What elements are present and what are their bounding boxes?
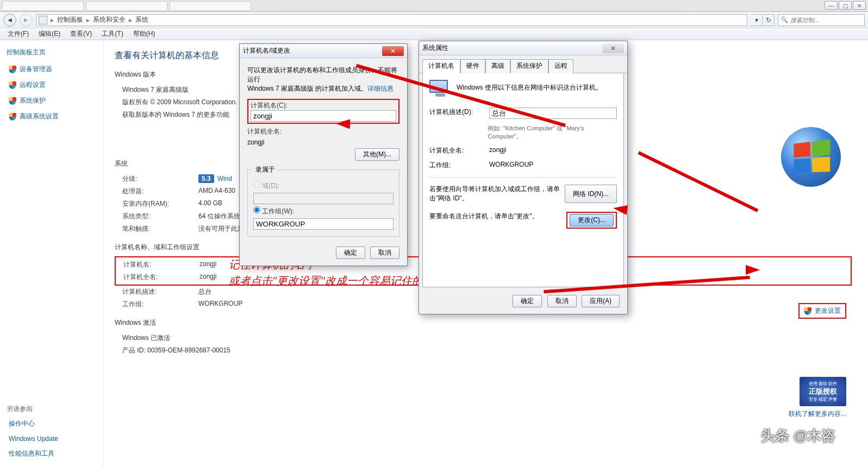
sidebar-advsys[interactable]: 高级系统设置 bbox=[7, 111, 97, 122]
tab-remote[interactable]: 远程 bbox=[548, 59, 573, 73]
menu-tool[interactable]: 工具(T) bbox=[97, 28, 127, 40]
sidebar-windows-update[interactable]: Windows Update bbox=[7, 434, 97, 444]
address-row: ◄ ► ▸ 控制面板 ▸ 系统和安全 ▸ 系统 ▾ ↻ 🔍 bbox=[0, 12, 868, 28]
workgroup-value: WORKGROUP bbox=[489, 161, 533, 170]
close-button[interactable]: ✕ bbox=[853, 1, 866, 10]
ram-value: 4.00 GB bbox=[198, 199, 222, 209]
shield-icon bbox=[9, 66, 16, 73]
computer-desc: 总台 bbox=[198, 287, 211, 296]
also-see-label: 另请参阅 bbox=[7, 405, 97, 414]
control-panel-icon bbox=[39, 16, 47, 24]
computer-name-input[interactable] bbox=[251, 110, 396, 122]
crumb-root[interactable]: 控制面板 bbox=[57, 15, 83, 24]
cancel-button[interactable]: 取消 bbox=[547, 295, 577, 307]
tab-pane: Windows 使用以下信息在网络中标识这台计算机。 计算机描述(D): 例如:… bbox=[422, 73, 624, 287]
close-icon[interactable]: ✕ bbox=[602, 43, 624, 53]
copyright: 版权所有 © 2009 Microsoft Corporation. bbox=[122, 98, 238, 107]
shield-icon bbox=[9, 97, 16, 105]
watermark: 头条 @木咨 bbox=[761, 426, 835, 445]
ok-button[interactable]: 确定 bbox=[336, 247, 365, 259]
sidebar-home[interactable]: 控制面板主页 bbox=[7, 48, 97, 57]
details-link[interactable]: 详细信息 bbox=[367, 85, 394, 92]
highlight-name-input: 计算机名(C): bbox=[247, 99, 399, 124]
workgroup: WORKGROUP bbox=[198, 300, 242, 309]
learn-more-link[interactable]: 联机了解更多内容... bbox=[789, 409, 846, 419]
domain-radio bbox=[253, 181, 260, 188]
activation-status: Windows 已激活 bbox=[122, 333, 170, 343]
menu-view[interactable]: 查看(V) bbox=[66, 28, 96, 40]
menu-edit[interactable]: 编辑(E) bbox=[34, 28, 65, 40]
arrow-head-icon bbox=[746, 265, 760, 275]
window-controls: — ▢ ✕ bbox=[825, 1, 866, 10]
sidebar-perf-tools[interactable]: 性能信息和工具 bbox=[7, 448, 97, 459]
sidebar-device-manager[interactable]: 设备管理器 bbox=[7, 64, 97, 75]
arrow-head-icon bbox=[613, 203, 628, 214]
ok-button[interactable]: 确定 bbox=[513, 295, 542, 307]
browser-tab[interactable] bbox=[86, 1, 167, 11]
apply-button[interactable]: 应用(A) bbox=[582, 295, 620, 307]
dialog-title: 计算机名/域更改 bbox=[243, 46, 290, 55]
browser-tab[interactable] bbox=[2, 1, 84, 11]
browser-tabstrip bbox=[0, 0, 868, 12]
arrow-head-icon bbox=[336, 119, 351, 129]
fullname-value: zongji bbox=[247, 138, 399, 146]
dialog-name-change: 计算机名/域更改 ✕ 可以更改该计算机的名称和工作组成员身份。不能将运行Wind… bbox=[239, 43, 408, 266]
computer-name: zongji bbox=[199, 260, 216, 269]
sidebar-action-center[interactable]: 操作中心 bbox=[7, 418, 97, 430]
shield-icon bbox=[9, 81, 16, 89]
maximize-button[interactable]: ▢ bbox=[839, 1, 852, 10]
windows-logo bbox=[781, 127, 846, 192]
computer-fullname: zongji bbox=[199, 273, 216, 282]
tabs: 计算机名 硬件 高级 系统保护 远程 bbox=[419, 55, 627, 73]
genuine-badge: 使用 微软 软件 正版授权 安全 稳定 声誉 bbox=[800, 377, 846, 406]
browser-tab[interactable] bbox=[170, 1, 251, 11]
change-button[interactable]: 更改(C)... bbox=[570, 214, 614, 226]
tab-hardware[interactable]: 硬件 bbox=[460, 59, 485, 73]
change-settings-link[interactable]: 更改设置 bbox=[798, 303, 846, 319]
section-activation: Windows 激活 bbox=[115, 318, 852, 327]
tab-computername[interactable]: 计算机名 bbox=[422, 59, 460, 73]
systype-value: 64 位操作系统 bbox=[198, 212, 240, 221]
sidebar-remote[interactable]: 远程设置 bbox=[7, 79, 97, 91]
sidebar-sysprotect[interactable]: 系统保护 bbox=[7, 95, 97, 106]
domain-input bbox=[253, 193, 394, 204]
crumb-l2[interactable]: 系统 bbox=[135, 15, 148, 24]
crumb-l1[interactable]: 系统和安全 bbox=[93, 15, 126, 24]
workgroup-input[interactable] bbox=[253, 218, 394, 230]
product-id: 产品 ID: 00359-OEM-8992687-00015 bbox=[122, 346, 230, 355]
member-of-group: 隶属于 域(D): 工作组(W): bbox=[247, 165, 399, 237]
back-button[interactable]: ◄ bbox=[3, 14, 16, 27]
tab-sysprotect[interactable]: 系统保护 bbox=[510, 59, 548, 73]
shield-icon bbox=[804, 307, 811, 315]
menu-help[interactable]: 帮助(H) bbox=[129, 28, 160, 40]
tab-advanced[interactable]: 高级 bbox=[485, 59, 510, 73]
cancel-button[interactable]: 取消 bbox=[370, 247, 399, 259]
other-button[interactable]: 其他(M)... bbox=[355, 148, 399, 161]
addr-dropdown[interactable]: ▾ bbox=[751, 14, 763, 26]
breadcrumb-bar[interactable]: ▸ 控制面板 ▸ 系统和安全 ▸ 系统 bbox=[36, 14, 747, 26]
search-input[interactable] bbox=[790, 17, 862, 23]
shield-icon bbox=[9, 113, 16, 121]
refresh-button[interactable]: ↻ bbox=[763, 14, 775, 26]
menubar: 文件(F) 编辑(E) 查看(V) 工具(T) 帮助(H) bbox=[0, 28, 868, 40]
get-more-features-link[interactable]: 获取新版本的 Windows 7 的更多功能 bbox=[122, 110, 229, 119]
cpu-value: AMD A4-630 bbox=[198, 187, 235, 196]
close-icon[interactable]: ✕ bbox=[382, 46, 404, 56]
forward-button[interactable]: ► bbox=[20, 14, 33, 27]
menu-file[interactable]: 文件(F) bbox=[3, 28, 33, 40]
network-id-button[interactable]: 网络 ID(N)... bbox=[565, 185, 617, 203]
search-box[interactable]: 🔍 bbox=[778, 14, 865, 26]
workgroup-radio[interactable] bbox=[253, 206, 260, 213]
search-icon: 🔍 bbox=[780, 16, 788, 23]
dialog-title: 系统属性 bbox=[422, 43, 448, 53]
rating-badge: 5.3 bbox=[198, 174, 214, 183]
dialog-system-properties: 系统属性 ✕ 计算机名 硬件 高级 系统保护 远程 Windows 使用以下信息… bbox=[419, 41, 628, 314]
sidebar: 控制面板主页 设备管理器 远程设置 系统保护 高级系统设置 另请参阅 操作中心 … bbox=[0, 40, 103, 467]
minimize-button[interactable]: — bbox=[825, 1, 838, 10]
fullname-value: zongji bbox=[489, 146, 506, 155]
windows-edition: Windows 7 家庭高级版 bbox=[122, 85, 189, 94]
